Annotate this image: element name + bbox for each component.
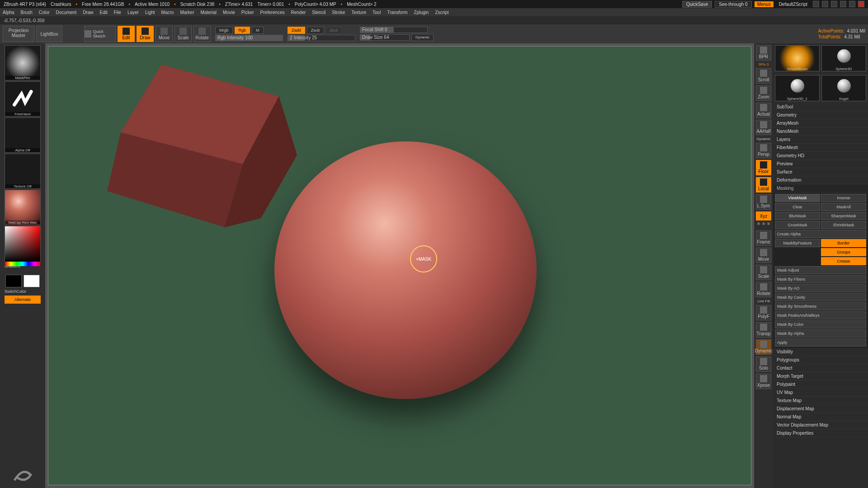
texture-thumbnail[interactable]: Texture Off bbox=[5, 154, 41, 189]
menu-zplugin[interactable]: Zplugin bbox=[414, 10, 429, 15]
bpr-button[interactable]: BPR bbox=[756, 45, 771, 61]
section-subtool[interactable]: SubTool bbox=[773, 103, 868, 111]
zsub-button[interactable]: Zsub bbox=[307, 27, 324, 34]
section-deformation[interactable]: Deformation bbox=[773, 176, 868, 184]
groups-button[interactable]: Groups bbox=[821, 248, 866, 256]
menu-draw[interactable]: Draw bbox=[83, 10, 93, 15]
section-layers[interactable]: Layers bbox=[773, 136, 868, 144]
menu-movie[interactable]: Movie bbox=[223, 10, 235, 15]
maskbycavity-button[interactable]: Mask By Cavity bbox=[775, 293, 866, 301]
dynamic-button[interactable]: Dynamic bbox=[411, 34, 434, 41]
menu-document[interactable]: Document bbox=[56, 10, 77, 15]
border-button[interactable]: Border bbox=[821, 239, 866, 247]
canvas[interactable]: +MASK bbox=[48, 46, 751, 485]
menu-texture[interactable]: Texture bbox=[351, 10, 366, 15]
z-intensity-slider[interactable]: Z Intensity 25 bbox=[288, 35, 355, 41]
tool-thumb-3[interactable]: Sphere3D_1 bbox=[775, 75, 820, 101]
maskadjust-button[interactable]: Mask Adjust bbox=[775, 266, 866, 274]
maximize-button[interactable] bbox=[849, 1, 855, 7]
zadd-button[interactable]: Zadd bbox=[288, 27, 305, 34]
apply-button[interactable]: Apply bbox=[775, 338, 866, 347]
menu-tool[interactable]: Tool bbox=[373, 10, 381, 15]
section-polypaint[interactable]: Polypaint bbox=[773, 380, 868, 389]
section-fibermesh[interactable]: FiberMesh bbox=[773, 144, 868, 152]
window-button-3[interactable] bbox=[831, 1, 837, 7]
actual-button[interactable]: Actual bbox=[756, 103, 771, 118]
minimize-button[interactable] bbox=[840, 1, 846, 7]
menu-layer[interactable]: Layer bbox=[127, 10, 139, 15]
maskbyfibers-button[interactable]: Mask By Fibers bbox=[775, 275, 866, 283]
section-geometry[interactable]: Geometry bbox=[773, 111, 868, 119]
color-picker[interactable] bbox=[5, 226, 41, 262]
section-masking[interactable]: Masking bbox=[773, 184, 868, 192]
alpha-thumbnail[interactable]: Alpha Off bbox=[5, 117, 41, 153]
clear-button[interactable]: Clear bbox=[775, 203, 820, 211]
draw-mode-button[interactable]: Draw bbox=[137, 26, 154, 42]
lsym-button[interactable]: L.Sym bbox=[756, 194, 771, 210]
rgb-intensity-slider[interactable]: Rgb Intensity 100 bbox=[215, 35, 283, 41]
blurmask-button[interactable]: BlurMask bbox=[775, 212, 820, 220]
viewmask-button[interactable]: ViewMask bbox=[775, 194, 820, 202]
growmask-button[interactable]: GrowMask bbox=[775, 221, 820, 229]
primary-color-swatch[interactable] bbox=[24, 275, 40, 287]
nav-scale-button[interactable]: Scale bbox=[756, 265, 771, 280]
menu-color[interactable]: Color bbox=[39, 10, 50, 15]
seethrough-slider[interactable]: See-through 0 bbox=[715, 1, 751, 8]
nav-move-button[interactable]: Move bbox=[756, 248, 771, 263]
persp-button[interactable]: Persp bbox=[756, 143, 771, 158]
inverse-button[interactable]: Inverse bbox=[821, 194, 866, 202]
window-button-2[interactable] bbox=[822, 1, 828, 7]
maskpeaks-button[interactable]: Mask PeaksAndValleys bbox=[775, 311, 866, 319]
zcut-button[interactable]: Zcut bbox=[326, 27, 342, 34]
menu-edit[interactable]: Edit bbox=[100, 10, 108, 15]
rotate-mode-button[interactable]: Rotate bbox=[193, 26, 211, 42]
xpose-button[interactable]: Xpose bbox=[756, 374, 771, 389]
zoom-button[interactable]: Zoom bbox=[756, 85, 771, 101]
brush-thumbnail[interactable]: MaskPen bbox=[5, 45, 41, 80]
menus-toggle[interactable]: Menus bbox=[755, 1, 774, 7]
menu-picker[interactable]: Picker bbox=[241, 10, 254, 15]
secondary-color-swatch[interactable] bbox=[5, 275, 22, 287]
local-button[interactable]: Local bbox=[756, 177, 771, 192]
menu-zscript[interactable]: Zscript bbox=[435, 10, 448, 15]
menu-light[interactable]: Light bbox=[145, 10, 155, 15]
material-thumbnail[interactable]: MatCap Red Wax bbox=[5, 190, 41, 225]
menu-transform[interactable]: Transform bbox=[387, 10, 407, 15]
maskbyalpha-button[interactable]: Mask By Alpha bbox=[775, 329, 866, 338]
section-nanomesh[interactable]: NanoMesh bbox=[773, 127, 868, 136]
section-normalmap[interactable]: Normal Map bbox=[773, 413, 868, 421]
frame-button[interactable]: Frame bbox=[756, 230, 771, 246]
quicksketch-button[interactable]: Quick Sketch bbox=[84, 26, 116, 42]
menu-file[interactable]: File bbox=[114, 10, 121, 15]
xyz-button[interactable]: Xyz bbox=[756, 211, 771, 221]
section-arraymesh[interactable]: ArrayMesh bbox=[773, 119, 868, 127]
draw-size-slider[interactable]: Draw Size 64 bbox=[360, 34, 410, 41]
tool-thumb-2[interactable]: Sphere3D bbox=[821, 45, 866, 71]
section-visibility[interactable]: Visibility bbox=[773, 348, 868, 356]
mrgb-button[interactable]: Mrgb bbox=[215, 27, 233, 34]
move-mode-button[interactable]: Move bbox=[156, 26, 173, 42]
focal-shift-slider[interactable]: Focal Shift 0 bbox=[360, 27, 428, 33]
close-button[interactable] bbox=[858, 1, 864, 7]
section-displacementmap[interactable]: Displacement Map bbox=[773, 405, 868, 413]
shrinkmask-button[interactable]: ShrinkMask bbox=[821, 221, 866, 229]
menu-preferences[interactable]: Preferences bbox=[260, 10, 285, 15]
window-button-1[interactable] bbox=[813, 1, 819, 7]
hue-strip[interactable] bbox=[5, 262, 40, 266]
scale-mode-button[interactable]: Scale bbox=[175, 26, 192, 42]
alternate-button[interactable]: Alternate bbox=[5, 296, 41, 304]
section-texturemap[interactable]: Texture Map bbox=[773, 397, 868, 405]
section-displayprops[interactable]: Display Properties bbox=[773, 429, 868, 437]
nav-dynamic-button[interactable]: Dynamic bbox=[756, 339, 771, 355]
section-surface[interactable]: Surface bbox=[773, 168, 868, 176]
stroke-thumbnail[interactable]: FreeHand bbox=[5, 81, 41, 117]
menu-macro[interactable]: Macro bbox=[161, 10, 174, 15]
nav-rotate-button[interactable]: Rotate bbox=[756, 282, 771, 297]
lightbox-button[interactable]: LightBox bbox=[36, 26, 62, 42]
floor-button[interactable]: Floor bbox=[756, 160, 771, 175]
solo-button[interactable]: Solo bbox=[756, 357, 771, 372]
sharpenmask-button[interactable]: SharpenMask bbox=[821, 212, 866, 220]
menu-marker[interactable]: Marker bbox=[180, 10, 194, 15]
projection-master-button[interactable]: Projection Master bbox=[3, 26, 34, 42]
section-preview[interactable]: Preview bbox=[773, 160, 868, 168]
